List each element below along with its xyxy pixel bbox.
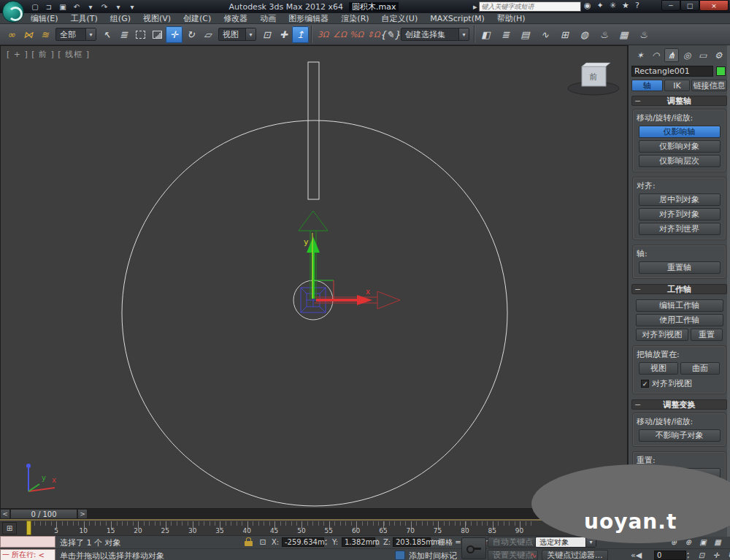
object-name-field[interactable] bbox=[631, 66, 713, 77]
front-viewport[interactable]: [ + ] [ 前 ] [ 线框 ] 前 bbox=[0, 45, 628, 509]
spinner-snap-icon[interactable]: ⇕Ω bbox=[365, 26, 382, 43]
pivot-tab-button[interactable]: 轴 bbox=[631, 80, 663, 91]
rollout-header-working-pivot[interactable]: − 工作轴 bbox=[631, 284, 727, 294]
menu-item[interactable]: 动画 bbox=[260, 13, 276, 24]
undo-dropdown-icon[interactable]: ▾ bbox=[85, 1, 96, 12]
selection-filter-dropdown[interactable]: 全部▾ bbox=[55, 28, 96, 41]
motion-tab-icon[interactable]: ◎ bbox=[680, 48, 695, 62]
affect-object-only-button[interactable]: 仅影响对象 bbox=[639, 140, 721, 153]
frame-spinner[interactable]: ▴▾ bbox=[687, 551, 689, 559]
zoom-extents-icon[interactable]: ▣ bbox=[696, 537, 710, 548]
select-and-scale-icon[interactable]: ▱ bbox=[199, 26, 216, 43]
keyboard-override-icon[interactable]: ↥ bbox=[292, 26, 309, 43]
unlink-selection-icon[interactable]: ⋈ bbox=[20, 26, 36, 43]
align-to-view-checkbox[interactable]: ✓ 对齐到视图 bbox=[641, 378, 722, 389]
place-view-button[interactable]: 视图 bbox=[639, 362, 678, 375]
undo-icon[interactable]: ↶ bbox=[71, 1, 82, 12]
select-and-manipulate-icon[interactable]: ✚ bbox=[275, 26, 292, 43]
curve-editor-icon[interactable]: ∿ bbox=[537, 26, 553, 43]
x-coordinate-field[interactable]: -259.634m bbox=[282, 537, 324, 547]
panel-scrollbar[interactable] bbox=[727, 45, 730, 537]
ik-tab-button[interactable]: IK bbox=[664, 80, 690, 91]
3dsmax-logo[interactable] bbox=[2, 1, 24, 23]
place-surface-button[interactable]: 曲面 bbox=[680, 362, 720, 375]
menu-item[interactable]: 编辑(E) bbox=[31, 13, 58, 24]
menu-item[interactable]: 渲染(R) bbox=[341, 13, 369, 24]
z-coordinate-field[interactable]: 203.185mm bbox=[393, 537, 431, 547]
infocenter-search-icon[interactable]: ◉ bbox=[584, 1, 591, 10]
subscription-center-icon[interactable]: ✦ bbox=[597, 1, 604, 10]
menu-item[interactable]: 图形编辑器 bbox=[288, 13, 328, 24]
menu-item[interactable]: 工具(T) bbox=[71, 13, 98, 24]
reference-coordinate-dropdown[interactable]: 视图▾ bbox=[218, 28, 256, 41]
reset-button[interactable]: 重置 bbox=[691, 329, 723, 341]
time-slider-handle[interactable] bbox=[26, 521, 31, 535]
x-spinner[interactable]: ▴▾ bbox=[325, 537, 327, 546]
search-go-icon[interactable]: ▸ bbox=[473, 2, 477, 12]
menu-item[interactable]: 视图(V) bbox=[143, 13, 171, 24]
schematic-view-icon[interactable]: ⊞ bbox=[556, 26, 573, 43]
save-file-icon[interactable]: ▣ bbox=[57, 1, 69, 12]
add-time-tag[interactable]: 添加时间标记 bbox=[409, 551, 457, 560]
minimize-button[interactable]: ─ bbox=[661, 0, 680, 11]
material-editor-icon[interactable]: ◍ bbox=[576, 26, 593, 43]
open-file-icon[interactable]: ⊐ bbox=[43, 1, 55, 12]
graphite-ribbon-icon[interactable]: ▤ bbox=[517, 26, 534, 43]
select-and-rotate-icon[interactable]: ↻ bbox=[182, 26, 199, 43]
rect-selection-region-icon[interactable] bbox=[132, 26, 149, 43]
render-production-icon[interactable]: ♨ bbox=[635, 26, 652, 43]
selection-lock-icon[interactable] bbox=[245, 541, 253, 546]
open-mini-curve-editor-icon[interactable]: ⊞ bbox=[2, 522, 17, 534]
orbit-icon[interactable]: ↻ bbox=[724, 550, 730, 560]
create-tab-icon[interactable]: ✶ bbox=[633, 48, 648, 62]
menu-item[interactable]: 修改器 bbox=[223, 13, 247, 24]
dont-affect-children-button[interactable]: 不影响子对象 bbox=[639, 429, 721, 442]
redo-dropdown-icon[interactable]: ▾ bbox=[112, 1, 124, 12]
layer-manager-icon[interactable]: ≣ bbox=[497, 26, 514, 43]
y-spinner[interactable]: ▴▾ bbox=[376, 537, 378, 546]
infocenter-search-input[interactable] bbox=[479, 1, 581, 12]
align-to-world-button[interactable]: 对齐到世界 bbox=[639, 223, 721, 235]
maximize-button[interactable]: □ bbox=[680, 0, 699, 11]
object-color-swatch[interactable] bbox=[716, 66, 726, 76]
menu-item[interactable]: MAXScript(M) bbox=[430, 14, 485, 23]
track-bar[interactable]: ⊞ 051015202530354045505560657075808590 bbox=[0, 519, 628, 535]
menu-item[interactable]: 创建(C) bbox=[183, 13, 211, 24]
go-to-start-icon[interactable]: «◀ bbox=[631, 551, 642, 560]
edit-working-pivot-button[interactable]: 编辑工作轴 bbox=[636, 299, 723, 312]
key-mode-icon[interactable]: ∿ bbox=[530, 551, 537, 560]
set-keys-button[interactable] bbox=[461, 537, 486, 559]
current-frame-field[interactable]: 0 bbox=[654, 551, 686, 560]
previous-frame-button[interactable]: < bbox=[0, 509, 10, 519]
communication-center-icon[interactable]: ✳ bbox=[610, 1, 616, 10]
window-crossing-icon[interactable] bbox=[149, 26, 166, 43]
time-slider-position[interactable]: 0 / 100 bbox=[10, 509, 77, 519]
modify-tab-icon[interactable]: ◠ bbox=[649, 48, 664, 62]
menu-item[interactable]: 帮助(H) bbox=[497, 13, 526, 24]
link-info-tab-button[interactable]: 链接信息 bbox=[691, 80, 727, 91]
rendered-frame-icon[interactable]: ▦ bbox=[615, 26, 632, 43]
rollout-header-adjust-pivot[interactable]: − 调整轴 bbox=[631, 96, 727, 106]
next-frame-button[interactable]: > bbox=[77, 509, 88, 519]
help-icon[interactable]: ? bbox=[635, 1, 639, 10]
favorites-icon[interactable]: ★ bbox=[622, 1, 629, 10]
mirror-icon[interactable]: ◧ bbox=[477, 26, 494, 43]
align-to-object-button[interactable]: 对齐到对象 bbox=[639, 208, 721, 220]
z-spinner[interactable]: ▴▾ bbox=[431, 537, 434, 546]
render-setup-icon[interactable]: ♨ bbox=[596, 26, 612, 43]
y-coordinate-field[interactable]: 1.382mm bbox=[342, 537, 375, 547]
new-file-icon[interactable]: ▢ bbox=[29, 1, 41, 12]
zoom-region-icon[interactable]: ⊡ bbox=[695, 550, 708, 560]
snap-toggle-3d-icon[interactable]: 3Ω bbox=[315, 26, 331, 43]
viewcube-front-face[interactable]: 前 bbox=[589, 72, 598, 82]
affect-pivot-only-button[interactable]: 仅影响轴 bbox=[639, 126, 721, 138]
affect-hierarchy-only-button[interactable]: 仅影响层次 bbox=[639, 155, 721, 167]
gizmo-x-axis-arrow[interactable] bbox=[316, 295, 372, 305]
viewport-label[interactable]: [ + ] [ 前 ] [ 线框 ] bbox=[7, 49, 90, 60]
toolbar-options-icon[interactable]: ▾ bbox=[126, 1, 138, 12]
menu-item[interactable]: 自定义(U) bbox=[382, 13, 418, 24]
maxscript-mini-listener[interactable] bbox=[0, 536, 55, 548]
bind-to-spacewarp-icon[interactable]: ≋ bbox=[36, 26, 53, 43]
edit-named-sets-icon[interactable]: {✎} bbox=[382, 26, 399, 43]
select-and-move-icon[interactable]: ✛ bbox=[166, 26, 182, 43]
